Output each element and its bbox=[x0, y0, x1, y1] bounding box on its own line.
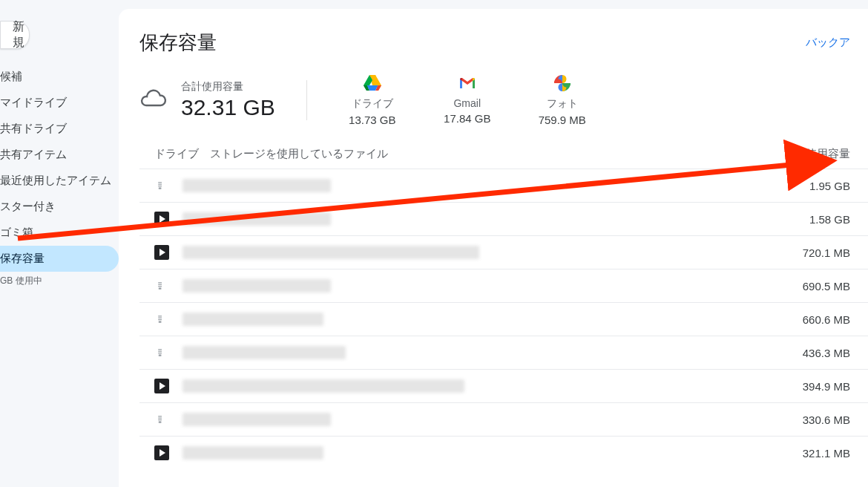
svg-rect-18 bbox=[159, 187, 162, 189]
svg-rect-34 bbox=[159, 354, 162, 356]
sidebar-item-0[interactable]: 候補 bbox=[0, 64, 119, 90]
video-file-icon bbox=[154, 212, 169, 226]
gmail-icon bbox=[438, 73, 497, 93]
file-name-redacted bbox=[183, 246, 479, 259]
service-gmail[interactable]: Gmail17.84 GB bbox=[438, 73, 497, 126]
file-row[interactable]: 690.5 MB bbox=[139, 269, 868, 302]
archive-file-icon bbox=[154, 345, 169, 360]
svg-rect-16 bbox=[158, 184, 162, 185]
photos-icon bbox=[533, 73, 592, 93]
file-size: 660.6 MB bbox=[803, 313, 850, 326]
file-list-header: ドライブ ストレージを使用しているファイル 使用容量 bbox=[139, 140, 868, 169]
file-name-redacted bbox=[183, 413, 331, 426]
sidebar-item-5[interactable]: スター付き bbox=[0, 194, 119, 220]
svg-rect-29 bbox=[158, 319, 162, 320]
svg-rect-26 bbox=[159, 287, 162, 289]
sidebar-item-2[interactable]: 共有ドライブ bbox=[0, 116, 119, 142]
list-header-right[interactable]: 使用容量 bbox=[806, 147, 850, 161]
drive-icon bbox=[343, 73, 402, 93]
svg-rect-23 bbox=[158, 282, 162, 283]
file-size: 394.9 MB bbox=[803, 380, 850, 393]
file-name-redacted bbox=[183, 346, 346, 359]
file-name-redacted bbox=[183, 212, 331, 226]
file-row[interactable]: 720.1 MB bbox=[139, 235, 868, 269]
file-row[interactable]: 321.1 MB bbox=[139, 436, 868, 469]
file-size: 436.3 MB bbox=[803, 347, 850, 359]
video-file-icon bbox=[154, 445, 169, 460]
service-value: 17.84 GB bbox=[438, 112, 497, 125]
new-button-label: 新規 bbox=[13, 19, 24, 50]
sidebar-item-4[interactable]: 最近使用したアイテム bbox=[0, 168, 119, 194]
sidebar-item-1[interactable]: マイドライブ bbox=[0, 90, 119, 116]
file-row[interactable]: 1.95 GB bbox=[139, 169, 868, 202]
service-label: フォト bbox=[533, 97, 592, 111]
svg-rect-39 bbox=[158, 419, 162, 420]
sidebar-item-7[interactable]: 保存容量 bbox=[0, 246, 119, 272]
file-size: 720.1 MB bbox=[803, 246, 850, 259]
svg-rect-15 bbox=[158, 182, 162, 183]
service-value: 13.73 GB bbox=[343, 114, 402, 126]
service-drive[interactable]: ドライブ13.73 GB bbox=[343, 73, 402, 126]
service-photos[interactable]: フォト759.9 MB bbox=[533, 73, 592, 126]
file-name-redacted bbox=[183, 313, 323, 326]
svg-rect-38 bbox=[158, 418, 162, 419]
file-row[interactable]: 330.6 MB bbox=[139, 402, 868, 436]
svg-rect-32 bbox=[158, 351, 162, 352]
file-size: 330.6 MB bbox=[803, 414, 850, 426]
file-list: 1.95 GB1.58 GB720.1 MB690.5 MB660.6 MB43… bbox=[139, 169, 868, 469]
service-label: ドライブ bbox=[343, 97, 402, 111]
file-size: 1.95 GB bbox=[809, 180, 850, 192]
archive-file-icon bbox=[154, 178, 169, 193]
archive-file-icon bbox=[154, 278, 169, 293]
file-row[interactable]: 436.3 MB bbox=[139, 336, 868, 369]
archive-file-icon bbox=[154, 412, 169, 427]
file-size: 1.58 GB bbox=[809, 213, 850, 226]
sidebar: 新規 候補マイドライブ共有ドライブ共有アイテム最近使用したアイテムスター付きゴミ… bbox=[0, 0, 119, 487]
storage-summary: 合計使用容量 32.31 GB ドライブ13.73 GBGmail17.84 G… bbox=[139, 56, 868, 140]
file-name-redacted bbox=[183, 379, 464, 393]
file-name-redacted bbox=[183, 179, 331, 192]
video-file-icon bbox=[154, 245, 169, 260]
backup-link[interactable]: バックア bbox=[806, 36, 850, 50]
new-button[interactable]: 新規 bbox=[0, 21, 30, 49]
svg-rect-24 bbox=[158, 284, 162, 285]
cloud-icon bbox=[139, 85, 166, 115]
file-name-redacted bbox=[183, 446, 323, 460]
total-storage-value: 32.31 GB bbox=[181, 95, 275, 120]
video-file-icon bbox=[154, 379, 169, 393]
svg-rect-31 bbox=[158, 349, 162, 350]
total-storage-block: 合計使用容量 32.31 GB bbox=[139, 80, 307, 120]
total-storage-label: 合計使用容量 bbox=[181, 80, 275, 94]
file-size: 690.5 MB bbox=[803, 280, 850, 292]
file-row[interactable]: 660.6 MB bbox=[139, 302, 868, 336]
list-header-left: ドライブ ストレージを使用しているファイル bbox=[154, 147, 388, 161]
main-content: 保存容量 バックア 合計使用容量 32.31 GB ドライブ13.73 GBGm… bbox=[119, 9, 868, 487]
svg-rect-25 bbox=[158, 286, 162, 287]
svg-rect-28 bbox=[158, 318, 162, 318]
sidebar-item-3[interactable]: 共有アイテム bbox=[0, 142, 119, 168]
svg-rect-17 bbox=[158, 186, 162, 186]
sidebar-item-6[interactable]: ゴミ箱 bbox=[0, 220, 119, 246]
file-row[interactable]: 394.9 MB bbox=[139, 369, 868, 402]
svg-rect-30 bbox=[159, 321, 162, 322]
file-row[interactable]: 1.58 GB bbox=[139, 202, 868, 235]
svg-rect-37 bbox=[158, 416, 162, 416]
service-label: Gmail bbox=[438, 97, 497, 109]
svg-rect-40 bbox=[159, 421, 162, 422]
storage-usage-sub: GB 使用中 bbox=[0, 272, 119, 287]
svg-rect-27 bbox=[158, 316, 162, 316]
file-name-redacted bbox=[183, 279, 331, 292]
service-value: 759.9 MB bbox=[533, 114, 592, 126]
archive-file-icon bbox=[154, 312, 169, 327]
page-title: 保存容量 bbox=[139, 30, 217, 56]
svg-rect-33 bbox=[158, 353, 162, 353]
file-size: 321.1 MB bbox=[803, 447, 850, 460]
